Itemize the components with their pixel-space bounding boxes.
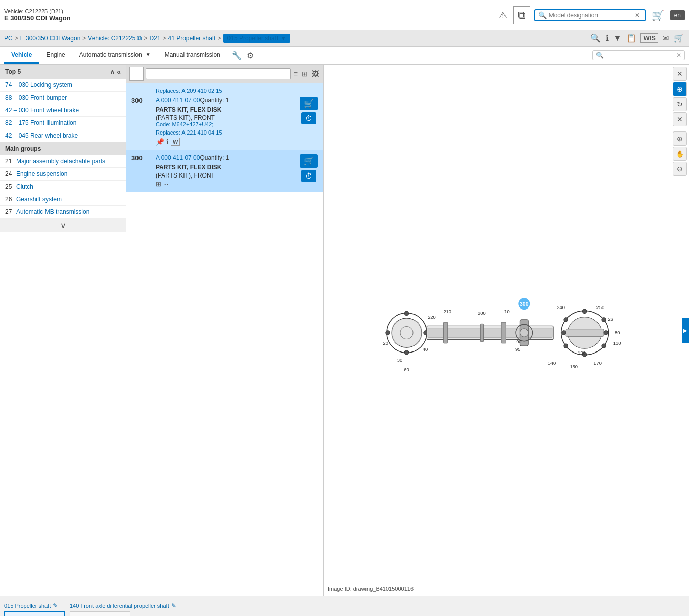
cart-clock-button-1[interactable]: ⏱	[301, 170, 316, 182]
tab-manual-transmission[interactable]: Manual transmission	[158, 47, 227, 64]
clear-search-icon[interactable]: ✕	[635, 12, 640, 19]
thumb-image-1[interactable]: 280	[70, 611, 130, 616]
add-to-cart-button-1[interactable]: 🛒	[300, 154, 318, 168]
alert-button[interactable]: ⚠	[497, 8, 509, 23]
main-groups-label: Main groups	[5, 145, 41, 152]
svg-point-16	[582, 309, 586, 313]
cart-clock-button-0[interactable]: ⏱	[301, 112, 316, 124]
svg-text:250: 250	[596, 305, 604, 310]
top5-label: Top 5	[5, 68, 21, 75]
nav-search: 🔍 ✕	[592, 50, 685, 60]
breadcrumb-vehicle-id[interactable]: Vehicle: C212225 ⧉	[88, 34, 142, 42]
list-view-icon[interactable]: ≡	[293, 69, 299, 79]
part-qty-1: Quantity: 1	[200, 154, 229, 161]
sidebar-item-clutch[interactable]: 25 Clutch	[0, 181, 126, 193]
sidebar-item-rear-wheel-brake[interactable]: 42 – 045 Rear wheel brake	[0, 129, 126, 142]
sidebar-item-front-wheel-brake[interactable]: 42 – 030 Front wheel brake	[0, 104, 126, 117]
sidebar-label: 42 – 030 Front wheel brake	[5, 107, 79, 114]
part-qty: Quantity: 1	[200, 97, 229, 104]
top5-header: Top 5 ∧ «	[0, 65, 126, 79]
thumb-image-0[interactable]	[4, 611, 65, 616]
auto-trans-dropdown[interactable]: ▼	[146, 52, 151, 57]
minimize-top5[interactable]: «	[117, 68, 121, 76]
nav-search-clear[interactable]: ✕	[676, 52, 681, 59]
svg-point-12	[520, 329, 528, 337]
search-icon: 🔍	[538, 11, 547, 19]
zoom-in-tool[interactable]: ⊕	[673, 131, 687, 146]
svg-point-19	[601, 344, 605, 348]
breadcrumb-propeller-shaft[interactable]: 41 Propeller shaft	[168, 35, 215, 42]
part-pin-icon[interactable]: 📌	[156, 138, 164, 146]
thumb-edit-icon-0[interactable]: ✎	[53, 602, 58, 609]
tab-vehicle[interactable]: Vehicle	[4, 47, 39, 64]
svg-text:140: 140	[547, 361, 556, 366]
close-tool[interactable]: ✕	[673, 112, 687, 126]
breadcrumb-d21[interactable]: D21	[149, 35, 160, 42]
sidebar-item-front-bumper[interactable]: 88 – 030 Front bumper	[0, 92, 126, 104]
pan-tool[interactable]: ✋	[673, 147, 687, 161]
thumb-label-0[interactable]: 015 Propeller shaft ✎	[4, 602, 58, 609]
copy-button[interactable]: ⧉	[513, 6, 530, 24]
svg-text:10: 10	[504, 310, 509, 315]
side-indicator[interactable]: ▶	[682, 318, 689, 343]
thumbnails: 015 Propeller shaft ✎ 140 Front axle di	[4, 602, 685, 616]
crosshair-tool[interactable]: ⊕	[673, 82, 687, 96]
info-tool[interactable]: ℹ	[605, 32, 610, 44]
copy-vehicle-icon[interactable]: ⧉	[137, 34, 142, 42]
add-to-cart-button-0[interactable]: 🛒	[300, 97, 318, 110]
part-replaces-top: Replaces: A 209 410 02 15	[156, 87, 318, 94]
parts-checkbox[interactable]	[129, 67, 144, 81]
part-wis-icon[interactable]: W	[171, 138, 180, 146]
sidebar-item-locking[interactable]: 74 – 030 Locking system	[0, 79, 126, 92]
wis-tool[interactable]: WIS	[640, 33, 658, 43]
svg-point-6	[385, 331, 389, 335]
parts-search-input[interactable]	[146, 68, 291, 79]
sidebar-item-label: Gearshift system	[16, 196, 62, 203]
part-code-text: Code: M642+427+U42;	[156, 121, 213, 127]
language-button[interactable]: en	[670, 10, 685, 20]
sidebar-item-engine-suspension[interactable]: 24 Engine suspension	[0, 168, 126, 181]
doc-tool[interactable]: 📋	[625, 32, 637, 44]
part-code-1: A 000 411 07 00	[156, 154, 200, 161]
part-dots: ···	[163, 181, 168, 188]
tab-engine[interactable]: Engine	[39, 47, 72, 64]
part-item-1[interactable]: 300 A 000 411 07 00 Quantity: 1 PARTS KI…	[126, 150, 323, 192]
sidebar-scroll-down[interactable]: ∨	[0, 218, 126, 232]
model-search-input[interactable]	[549, 12, 635, 19]
breadcrumb-pc[interactable]: PC	[4, 35, 13, 42]
part-actions: 📌 ℹ W	[156, 138, 180, 146]
grid-view-icon[interactable]: ⊞	[301, 69, 309, 79]
image-view-icon[interactable]: 🖼	[311, 69, 320, 79]
tab-icon-wrench[interactable]: 🔧	[231, 50, 243, 61]
rotate-tool[interactable]: ↻	[673, 97, 687, 111]
part-item-0[interactable]: Replaces: A 209 410 02 15 300 A 000 411 …	[126, 83, 323, 150]
nav-search-input[interactable]	[606, 52, 676, 59]
svg-text:95: 95	[515, 347, 520, 353]
tab-automatic-transmission[interactable]: Automatic transmission ▼	[72, 47, 158, 64]
cart-button[interactable]: 🛒	[650, 7, 666, 23]
mail-tool[interactable]: ✉	[661, 32, 670, 44]
filter-tool[interactable]: ▼	[613, 33, 623, 44]
part-num-1: 300	[131, 154, 152, 162]
zoom-out-tool[interactable]: ⊖	[673, 162, 687, 176]
sidebar-item-major-assembly[interactable]: 21 Major assembly detachable parts	[0, 155, 126, 168]
thumb-edit-icon-1[interactable]: ✎	[171, 602, 176, 609]
thumb-item-0: 015 Propeller shaft ✎	[4, 602, 65, 616]
part-desc: PARTS KIT, FLEX DISK	[156, 106, 221, 113]
part-cart-actions-1: 🛒 ⏱	[300, 154, 318, 182]
sidebar-item-front-illumination[interactable]: 82 – 175 Front illumination	[0, 117, 126, 129]
svg-text:30: 30	[397, 358, 402, 363]
zoom-tool[interactable]: 🔍	[589, 32, 602, 44]
collapse-top5[interactable]: ∧	[110, 68, 115, 76]
breadcrumb-vehicle-model[interactable]: E 300/350 CDI Wagon	[20, 35, 81, 42]
thumb-label-1[interactable]: 140 Front axle differential propeller sh…	[70, 602, 176, 609]
cart-tool[interactable]: 🛒	[673, 32, 685, 44]
sidebar-item-auto-mb[interactable]: 27 Automatic MB transmission	[0, 206, 126, 218]
part-num: 300	[131, 97, 152, 104]
svg-text:210: 210	[443, 310, 451, 315]
close-panel-button[interactable]: ✕	[673, 67, 687, 81]
breadcrumb-active[interactable]: 015 Propeller shaft ▼	[223, 34, 291, 43]
sidebar-item-gearshift[interactable]: 26 Gearshift system	[0, 193, 126, 206]
part-info-icon[interactable]: ℹ	[166, 138, 169, 146]
tab-icon-settings[interactable]: ⚙	[246, 50, 255, 61]
